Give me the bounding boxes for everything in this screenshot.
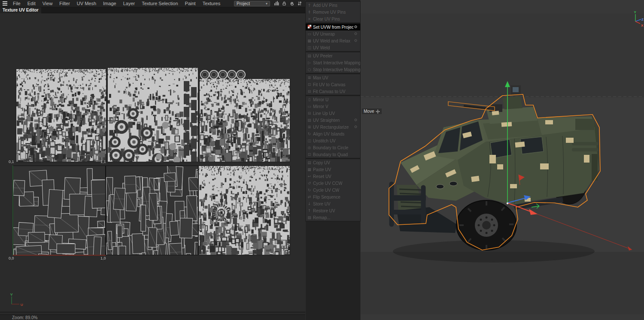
cmd-unstitch-uv[interactable]: ◫Unstitch UV	[306, 137, 360, 144]
project-dropdown-value: Project	[237, 1, 250, 6]
cmd-max-uv[interactable]: ⊞Max UV	[306, 74, 360, 81]
gear-icon[interactable]	[353, 118, 359, 123]
viewport-orientation-gizmo[interactable]: Y Z X	[632, 9, 644, 29]
stop-icon: ○	[306, 67, 313, 72]
cmd-boundary-to-quad[interactable]: ⊡Boundary to Quad	[306, 151, 360, 158]
cmd-remap[interactable]: ▨Remap...	[306, 214, 360, 221]
cmd-mirror-u[interactable]: ▯Mirror U	[306, 96, 360, 103]
menu-layer[interactable]: Layer	[120, 0, 139, 7]
menu-edit[interactable]: Edit	[24, 0, 39, 7]
gear-icon[interactable]	[353, 38, 359, 43]
copy-icon: ▤	[306, 160, 313, 165]
cmd-line-up-uv[interactable]: ⊟Line Up UV	[306, 110, 360, 117]
zoom-level: Zoom: 89.0%	[12, 315, 37, 320]
uv-commands-panel: †Add UV Pins‡Remove UV Pins×Clear UV Pin…	[306, 0, 360, 320]
uv-canvas[interactable]: 0,1 1,1 0,0 1,0 V U	[0, 13, 305, 314]
cmd-remove-uv-pins[interactable]: ‡Remove UV Pins	[306, 9, 360, 15]
cmd-start-interactive-mapping[interactable]: ▷Start Interactive Mapping	[306, 59, 360, 66]
horizontal-scrollbar[interactable]	[0, 311, 305, 313]
lock-icon[interactable]	[281, 1, 288, 6]
hand-icon[interactable]	[289, 1, 295, 6]
cmd-fit-canvas-to-uv[interactable]: ⊟Fit Canvas to UV	[306, 88, 360, 95]
swap-vertical-icon[interactable]	[296, 1, 303, 6]
weld-relax-icon: ▦	[306, 39, 313, 43]
cmd-label: UV Weld and Relax	[313, 39, 353, 43]
max-icon: ⊞	[306, 75, 313, 80]
tab-texture-uv-editor[interactable]: Texture UV Editor	[0, 7, 41, 13]
cmd-label: Max UV	[313, 75, 360, 80]
cmd-label: Start Interactive Mapping	[313, 60, 360, 65]
cmd-restore-uv[interactable]: ↑Restore UV	[306, 207, 360, 214]
cmd-label: Stop Interactive Mapping	[313, 67, 360, 72]
cmd-label: Mirror V	[313, 104, 360, 109]
menu-file[interactable]: File	[9, 0, 24, 7]
unstitch-icon: ◫	[306, 139, 313, 143]
svg-text:V: V	[10, 293, 13, 296]
cmd-label: Paste UV	[313, 167, 360, 172]
gear-icon[interactable]	[353, 24, 359, 30]
align-icon: ↻	[306, 132, 313, 136]
cmd-uv-weld-and-relax[interactable]: ▦UV Weld and Relax	[306, 37, 360, 44]
cmd-stop-interactive-mapping[interactable]: ○Stop Interactive Mapping	[306, 66, 360, 73]
cmd-paste-uv[interactable]: ▦Paste UV	[306, 166, 360, 173]
uv-command-group: Set UVW from Projection▭UV Unwrap▦UV Wel…	[306, 24, 360, 51]
cmd-store-uv[interactable]: ↓Store UV	[306, 200, 360, 207]
gear-icon[interactable]	[353, 124, 359, 130]
cmd-label: Reset UV	[313, 174, 360, 179]
hamburger-menu-icon[interactable]	[0, 1, 9, 6]
histogram-icon[interactable]	[273, 1, 280, 6]
cmd-label: Boundary to Quad	[313, 152, 360, 157]
menu-uv-mesh[interactable]: UV Mesh	[73, 0, 100, 7]
uv-label-00: 0,0	[9, 256, 14, 260]
cmd-add-uv-pins[interactable]: †Add UV Pins	[306, 2, 360, 9]
cmd-label: UV Straighten	[313, 118, 353, 123]
straighten-icon: ▤	[306, 118, 313, 122]
cmd-label: Line Up UV	[313, 111, 360, 116]
boundary-quad-icon: ⊡	[306, 152, 313, 157]
pin-remove-icon: ‡	[306, 10, 313, 14]
cmd-label: Flip Sequence	[313, 195, 360, 199]
cmd-label: UV Peeler	[313, 54, 360, 58]
cmd-label: Fit UV to Canvas	[313, 82, 360, 87]
cmd-clear-uv-pins[interactable]: ×Clear UV Pins	[306, 15, 360, 22]
cmd-uv-weld[interactable]: ◫UV Weld	[306, 44, 360, 51]
cmd-align-uv-islands[interactable]: ↻Align UV Islands	[306, 130, 360, 137]
cmd-fit-uv-to-canvas[interactable]: ⊡Fit UV to Canvas	[306, 81, 360, 88]
cmd-copy-uv[interactable]: ▤Copy UV	[306, 159, 360, 166]
uv-editor-tabstrip: Texture UV Editor	[0, 7, 305, 13]
uv-editor-statusbar: Zoom: 89.0%	[0, 314, 305, 320]
rectangularize-icon: ⊞	[306, 125, 313, 129]
uv-editor-menubar: FileEditViewFilterUV MeshImageLayerTextu…	[0, 0, 305, 7]
project-dropdown[interactable]: Project ▾	[234, 1, 270, 6]
peeler-icon: ▤	[306, 54, 313, 58]
gear-icon[interactable]	[353, 31, 359, 36]
cmd-uv-straighten[interactable]: ▤UV Straighten	[306, 117, 360, 124]
viewport-3d[interactable]: ViewCamerasDisplayOptionsFilterPanel Per…	[361, 0, 644, 320]
menu-filter[interactable]: Filter	[56, 0, 73, 7]
cmd-set-uvw-from-projection[interactable]: Set UVW from Projection	[306, 24, 360, 30]
menu-view[interactable]: View	[39, 0, 56, 7]
cmd-uv-peeler[interactable]: ▤UV Peeler	[306, 52, 360, 59]
cmd-label: UV Weld	[313, 45, 360, 50]
cmd-uv-rectangularize[interactable]: ⊞UV Rectangularize	[306, 124, 360, 130]
cmd-label: Mirror U	[313, 97, 360, 102]
chevron-down-icon: ▾	[266, 2, 267, 6]
cmd-label: Copy UV	[313, 160, 360, 165]
cmd-reset-uv[interactable]: ↩Reset UV	[306, 173, 360, 180]
ccw-icon: ↺	[306, 181, 313, 185]
cmd-cycle-uv-ccw[interactable]: ↺Cycle UV CCW	[306, 180, 360, 187]
cmd-cycle-uv-cw[interactable]: ↻Cycle UV CW	[306, 187, 360, 193]
cmd-label: Store UV	[313, 202, 360, 206]
menu-image[interactable]: Image	[100, 0, 120, 7]
cmd-label: Remap...	[313, 215, 360, 220]
cmd-flip-sequence[interactable]: ⇄Flip Sequence	[306, 193, 360, 200]
uv-label-10: 1,0	[100, 256, 106, 260]
cmd-uv-unwrap[interactable]: ▭UV Unwrap	[306, 30, 360, 37]
cmd-boundary-to-circle[interactable]: ◎Boundary to Circle	[306, 144, 360, 151]
play-icon: ▷	[306, 60, 313, 65]
menu-textures[interactable]: Textures	[199, 0, 224, 7]
cmd-mirror-v[interactable]: ▭Mirror V	[306, 103, 360, 110]
menu-paint[interactable]: Paint	[182, 0, 199, 7]
cmd-label: Fit Canvas to UV	[313, 89, 360, 94]
menu-texture-selection[interactable]: Texture Selection	[138, 0, 181, 7]
